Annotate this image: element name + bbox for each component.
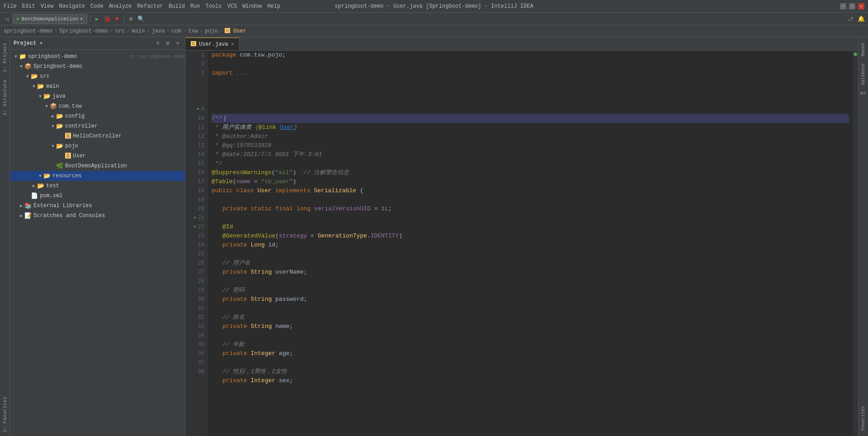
code-line-2 [212,60,849,69]
menu-help[interactable]: Help [267,3,280,9]
expand-arrow[interactable]: ▶ [31,183,37,189]
code-line-12: * @qq:1578533828 [212,141,849,150]
tree-item-controller[interactable]: ▼ 📂 controller [10,121,185,131]
package-icon: 📂 [56,113,63,120]
tree-item-java[interactable]: ▼ 📂 java [10,91,185,101]
breadcrumb-Springboot-demo[interactable]: Springboot-demo [59,28,108,34]
tree-item-src[interactable]: ▼ 📂 src [10,71,185,81]
expand-arrow[interactable]: ▼ [24,74,31,79]
tab-user-java[interactable]: 🅶 User.java ✕ [185,38,240,50]
tree-item-com-txw[interactable]: ▼ 📦 com.txw [10,101,185,111]
breadcrumb-User[interactable]: 🅶 User [225,28,246,34]
stop-icon[interactable]: ■ [113,15,121,23]
collapse-all-icon[interactable]: ≡ [154,40,161,47]
expand-arrow[interactable]: ▼ [50,144,56,149]
menu-vcs[interactable]: VCS [227,3,237,9]
toolbar-separator [90,15,90,23]
breadcrumb-src[interactable]: src [115,28,125,34]
code-line-21: @Id [212,223,849,232]
window-controls[interactable]: — □ ✕ [840,3,864,9]
tree-item-scratches[interactable]: ▶ 📝 Scratches and Consoles [10,211,185,221]
menu-edit[interactable]: Edit [22,3,35,9]
tree-item-pojo[interactable]: ▼ 📂 pojo [10,141,185,151]
chevron-down-icon[interactable]: ▾ [80,16,83,22]
breadcrumb-com[interactable]: com [171,28,181,34]
minimize-button[interactable]: — [840,3,846,9]
menu-tools[interactable]: Tools [206,3,222,9]
expand-arrow[interactable]: ▼ [37,174,43,179]
breadcrumb-pojo[interactable]: pojo [205,28,218,34]
back-icon[interactable]: ◁ [3,15,11,23]
breadcrumb-springboot-demo[interactable]: springboot-demo [4,28,52,34]
menu-view[interactable]: View [41,3,54,9]
code-line-29: private String password; [212,295,849,304]
expand-arrow[interactable]: ▼ [37,94,43,99]
run-config-button[interactable]: ▶ BootDemoApplication ▾ [13,14,87,24]
expand-arrow[interactable]: ▼ [31,84,37,89]
right-tab-favorites[interactable]: Favorites [860,403,867,434]
close-button[interactable]: ✕ [858,3,864,9]
debug-icon[interactable]: 🐞 [103,15,111,23]
project-panel-header: Project ▾ ≡ ⚙ ✕ [10,37,185,50]
resources-icon: 📂 [43,172,51,180]
expand-arrow[interactable]: ▼ [13,54,19,59]
menu-window[interactable]: Window [242,3,262,9]
notification-icon[interactable]: 🔔 [857,15,865,23]
maximize-button[interactable]: □ [849,3,855,9]
menu-code[interactable]: Code [90,3,104,9]
tree-item-test[interactable]: ▶ 📂 test [10,181,185,191]
menu-run[interactable]: Run [190,3,200,9]
tree-item-resources[interactable]: ▼ 📂 resources [10,171,185,181]
title-bar-left: File Edit View Navigate Code Analyze Ref… [4,3,280,9]
code-editor[interactable]: package com.txw.pojo; import ... /**| * … [208,51,853,436]
tree-item-main[interactable]: ▼ 📂 main [10,81,185,91]
code-line-32: private String name; [212,322,849,331]
code-line-10: * 用户实体类 {@link User} [212,123,849,132]
folder-icon: 📂 [31,73,38,80]
expand-arrow[interactable]: ▶ [50,114,56,119]
expand-arrow[interactable]: ▼ [18,64,24,69]
tree-item-pom[interactable]: 📄 pom.xml [10,191,185,201]
git-icon[interactable]: ⎇ [846,15,854,23]
tree-item-external-libs[interactable]: ▶ 📚 External Libraries [10,201,185,211]
tree-item-springboot-demo[interactable]: ▼ 📁 springboot-demo F:\springboot-demo [10,52,185,62]
right-tab-m-plus[interactable]: m+ [860,90,866,96]
code-line-31: // 姓名 [212,313,849,322]
right-tab-maven[interactable]: Maven [860,39,867,60]
run-icon[interactable]: ▶ [93,15,101,23]
menu-navigate[interactable]: Navigate [59,3,85,9]
expand-arrow[interactable]: ▼ [50,124,56,129]
expand-arrow[interactable]: ▶ [18,203,24,209]
code-line-24 [212,250,849,259]
tab-close-icon[interactable]: ✕ [231,41,234,47]
menu-bar[interactable]: File Edit View Navigate Code Analyze Ref… [4,3,280,9]
breadcrumb: springboot-demo › Springboot-demo › src … [0,25,868,37]
sidebar-tab-favorites[interactable]: 2: Favorites [1,393,9,436]
tree-item-module[interactable]: ▼ 📦 Springboot-demo [10,62,185,71]
right-tab-database[interactable]: Database [860,60,867,89]
breadcrumb-main[interactable]: main [132,28,145,34]
project-panel-tools[interactable]: ≡ ⚙ ✕ [154,40,181,47]
sidebar-tab-project[interactable]: 1: Project [1,39,9,76]
menu-file[interactable]: File [4,3,17,9]
tree-item-BootDemoApplication[interactable]: 🌿 BootDemoApplication [10,161,185,171]
tree-item-HelloController[interactable]: 🅶 HelloController [10,131,185,141]
library-icon: 📚 [24,202,32,209]
search-icon[interactable]: 🔍 [137,15,145,23]
sidebar-tab-structure[interactable]: 2: Structure [1,76,9,119]
close-panel-icon[interactable]: ✕ [174,40,181,47]
tree-item-User[interactable]: 🅶 User [10,151,185,161]
expand-arrow[interactable]: ▼ [43,104,50,109]
gear-settings-icon[interactable]: ⚙ [164,40,171,47]
breadcrumb-java[interactable]: java [151,28,165,34]
menu-build[interactable]: Build [169,3,185,9]
settings-icon[interactable]: ⚙ [127,15,135,23]
breadcrumb-txw[interactable]: txw [188,28,198,34]
line-numbers: 1 2 3 ▼9 10 11 12 13 14 15 16 17 18 19 2… [185,51,208,436]
expand-arrow[interactable]: ▶ [18,213,24,218]
tree-item-config[interactable]: ▶ 📂 config [10,111,185,121]
code-line-13: * @date:2021/7/1 0001 下午 3:01 [212,150,849,159]
editor-area: 🅶 User.java ✕ 1 2 3 ▼9 10 11 12 13 14 15… [185,37,858,436]
menu-analyze[interactable]: Analyze [109,3,132,9]
menu-refactor[interactable]: Refactor [137,3,163,9]
